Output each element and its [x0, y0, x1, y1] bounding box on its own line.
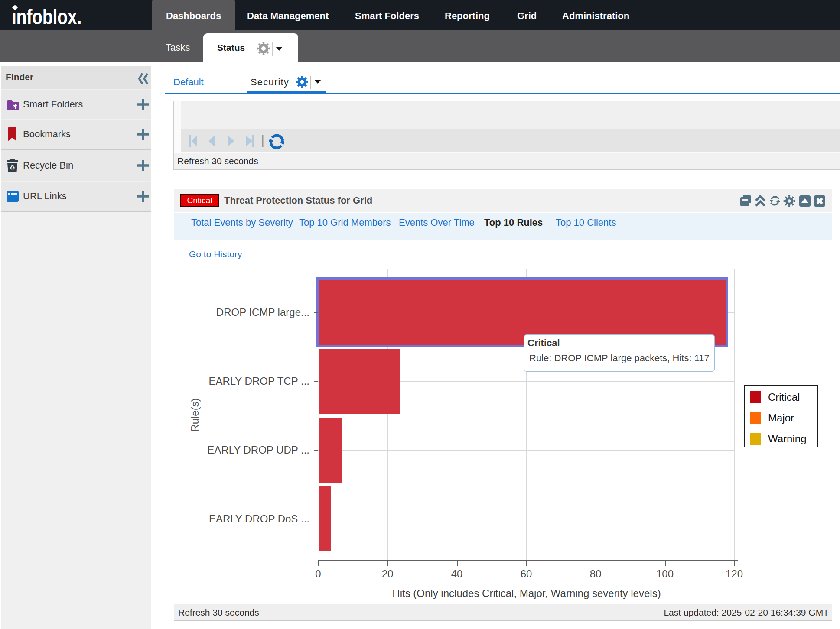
- svg-text:♻: ♻: [10, 164, 15, 171]
